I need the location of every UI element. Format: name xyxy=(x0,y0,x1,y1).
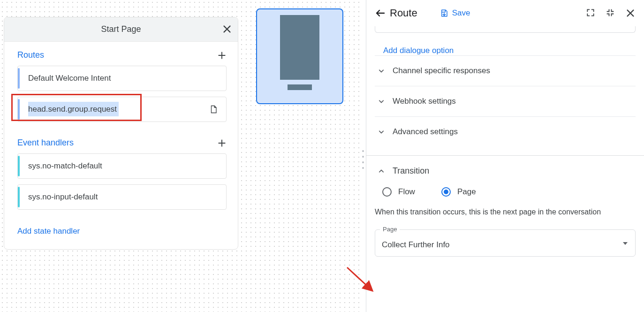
routes-section-header: Routes xyxy=(4,42,238,66)
panel-resize-handle[interactable] xyxy=(362,150,366,169)
node-footer xyxy=(288,84,312,90)
radio-checked-icon xyxy=(441,187,451,197)
add-event-handler-button[interactable] xyxy=(217,138,227,148)
page-card-header: Start Page xyxy=(4,17,238,42)
radio-icon xyxy=(382,187,392,197)
file-icon xyxy=(209,105,218,114)
panel-title: Route xyxy=(390,7,417,19)
dropdown-icon xyxy=(623,242,628,245)
fullscreen-icon[interactable] xyxy=(586,8,595,18)
exit-fullscreen-icon[interactable] xyxy=(606,8,615,18)
chevron-down-icon xyxy=(377,66,386,76)
save-icon xyxy=(440,9,448,17)
event-handler-label: sys.no-input-default xyxy=(18,192,98,202)
radio-option-flow[interactable]: Flow xyxy=(382,187,415,197)
transition-page-select[interactable]: Page Collect Further Info xyxy=(375,229,636,257)
close-icon[interactable] xyxy=(222,24,232,34)
accordion-channel-responses[interactable]: Channel specific responses xyxy=(375,55,636,86)
collapsed-box xyxy=(375,26,636,33)
panel-body: Add dialogue option Channel specific res… xyxy=(366,26,644,312)
start-page-card: Start Page Routes Default Welcome Intent… xyxy=(4,17,238,250)
save-button[interactable]: Save xyxy=(440,8,470,18)
route-item[interactable]: Default Welcome Intent xyxy=(17,66,227,91)
radio-option-page[interactable]: Page xyxy=(441,187,476,197)
chevron-up-icon xyxy=(377,167,386,176)
select-label: Page xyxy=(380,226,400,233)
route-item-selected[interactable]: head.send.group.request xyxy=(17,97,227,122)
add-state-handler-link[interactable]: Add state handler xyxy=(4,215,238,249)
close-icon[interactable] xyxy=(625,8,636,18)
accordion-webhook-settings[interactable]: Webhook settings xyxy=(375,86,636,116)
event-handlers-section-header: Event handlers xyxy=(4,128,238,153)
routes-label[interactable]: Routes xyxy=(17,50,44,60)
transition-helper-text: When this transition occurs, this is the… xyxy=(375,208,636,229)
event-handler-item[interactable]: sys.no-match-default xyxy=(17,153,227,179)
event-handler-label: sys.no-match-default xyxy=(18,161,102,171)
panel-header: Route Save xyxy=(366,0,644,26)
transition-section-header[interactable]: Transition xyxy=(375,156,636,184)
back-icon[interactable] xyxy=(375,8,386,19)
add-dialogue-option-link[interactable]: Add dialogue option xyxy=(375,46,636,55)
route-detail-panel: Route Save Add dialogue option Channel s… xyxy=(366,0,644,312)
chevron-down-icon xyxy=(377,127,386,137)
event-handler-item[interactable]: sys.no-input-default xyxy=(17,184,227,210)
route-item-label: Default Welcome Intent xyxy=(18,74,111,83)
transition-type-radio-group: Flow Page xyxy=(375,184,636,208)
page-card-title: Start Page xyxy=(101,24,141,34)
flow-node-thumbnail[interactable] xyxy=(256,8,343,104)
accordion-advanced-settings[interactable]: Advanced settings xyxy=(375,116,636,147)
route-item-label: head.send.group.request xyxy=(18,105,119,114)
event-handlers-label[interactable]: Event handlers xyxy=(17,138,74,148)
node-body xyxy=(280,15,319,80)
add-route-button[interactable] xyxy=(217,51,227,60)
select-value: Collect Further Info xyxy=(382,240,450,249)
chevron-down-icon xyxy=(377,97,386,106)
